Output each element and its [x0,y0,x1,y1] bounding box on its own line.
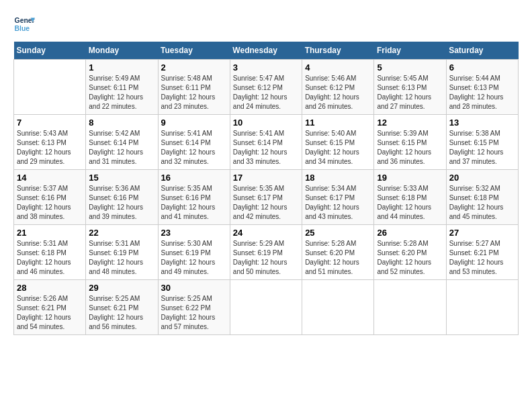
day-info: Sunrise: 5:41 AM Sunset: 6:14 PM Dayligh… [233,129,299,167]
day-number: 24 [233,228,299,238]
day-cell [230,280,302,335]
header-cell-wednesday: Wednesday [230,42,302,60]
day-info: Sunrise: 5:28 AM Sunset: 6:20 PM Dayligh… [305,239,371,277]
day-info: Sunrise: 5:34 AM Sunset: 6:17 PM Dayligh… [305,184,371,222]
day-cell: 19Sunrise: 5:33 AM Sunset: 6:18 PM Dayli… [374,170,446,225]
day-number: 26 [377,228,443,238]
day-number: 5 [377,62,443,73]
day-number: 28 [17,283,83,293]
day-number: 8 [89,118,154,128]
calendar-table: SundayMondayTuesdayWednesdayThursdayFrid… [13,42,519,335]
day-number: 16 [161,173,227,183]
day-cell: 3Sunrise: 5:47 AM Sunset: 6:12 PM Daylig… [230,60,302,115]
day-cell: 11Sunrise: 5:40 AM Sunset: 6:15 PM Dayli… [302,115,374,170]
header-cell-saturday: Saturday [446,42,518,60]
day-number: 21 [17,228,83,238]
day-cell: 25Sunrise: 5:28 AM Sunset: 6:20 PM Dayli… [302,225,374,280]
day-cell: 5Sunrise: 5:45 AM Sunset: 6:13 PM Daylig… [374,60,446,115]
day-cell: 29Sunrise: 5:25 AM Sunset: 6:21 PM Dayli… [86,280,158,335]
day-cell: 15Sunrise: 5:36 AM Sunset: 6:16 PM Dayli… [86,170,158,225]
day-cell: 7Sunrise: 5:43 AM Sunset: 6:13 PM Daylig… [14,115,86,170]
header-row: SundayMondayTuesdayWednesdayThursdayFrid… [14,42,519,60]
header-cell-friday: Friday [374,42,446,60]
week-row-2: 7Sunrise: 5:43 AM Sunset: 6:13 PM Daylig… [14,115,519,170]
svg-text:Blue: Blue [15,25,30,32]
day-info: Sunrise: 5:36 AM Sunset: 6:16 PM Dayligh… [89,184,154,222]
day-info: Sunrise: 5:45 AM Sunset: 6:13 PM Dayligh… [377,74,443,111]
day-number: 23 [161,228,227,238]
day-info: Sunrise: 5:31 AM Sunset: 6:19 PM Dayligh… [89,239,154,277]
day-info: Sunrise: 5:35 AM Sunset: 6:17 PM Dayligh… [233,184,299,222]
day-number: 14 [17,173,83,183]
day-number: 6 [449,62,515,73]
day-number: 22 [89,228,154,238]
day-info: Sunrise: 5:39 AM Sunset: 6:15 PM Dayligh… [377,129,443,167]
day-info: Sunrise: 5:43 AM Sunset: 6:13 PM Dayligh… [17,129,83,167]
day-cell: 16Sunrise: 5:35 AM Sunset: 6:16 PM Dayli… [158,170,230,225]
day-number: 25 [305,228,371,238]
day-info: Sunrise: 5:35 AM Sunset: 6:16 PM Dayligh… [161,184,227,222]
day-cell: 17Sunrise: 5:35 AM Sunset: 6:17 PM Dayli… [230,170,302,225]
day-number: 10 [233,118,299,128]
header-cell-tuesday: Tuesday [158,42,230,60]
day-cell: 1Sunrise: 5:49 AM Sunset: 6:11 PM Daylig… [86,60,158,115]
day-number: 1 [89,62,154,73]
day-info: Sunrise: 5:32 AM Sunset: 6:18 PM Dayligh… [449,184,515,222]
day-info: Sunrise: 5:41 AM Sunset: 6:14 PM Dayligh… [161,129,227,167]
day-cell: 4Sunrise: 5:46 AM Sunset: 6:12 PM Daylig… [302,60,374,115]
day-cell: 8Sunrise: 5:42 AM Sunset: 6:14 PM Daylig… [86,115,158,170]
day-info: Sunrise: 5:29 AM Sunset: 6:19 PM Dayligh… [233,239,299,277]
day-cell: 9Sunrise: 5:41 AM Sunset: 6:14 PM Daylig… [158,115,230,170]
day-info: Sunrise: 5:49 AM Sunset: 6:11 PM Dayligh… [89,74,154,111]
day-number: 2 [161,62,227,73]
day-info: Sunrise: 5:48 AM Sunset: 6:11 PM Dayligh… [161,74,227,111]
logo: General Blue [13,13,38,35]
day-cell: 20Sunrise: 5:32 AM Sunset: 6:18 PM Dayli… [446,170,518,225]
week-row-4: 21Sunrise: 5:31 AM Sunset: 6:18 PM Dayli… [14,225,519,280]
day-number: 20 [449,173,515,183]
day-cell: 2Sunrise: 5:48 AM Sunset: 6:11 PM Daylig… [158,60,230,115]
header-cell-sunday: Sunday [14,42,86,60]
day-info: Sunrise: 5:40 AM Sunset: 6:15 PM Dayligh… [305,129,371,167]
day-info: Sunrise: 5:25 AM Sunset: 6:21 PM Dayligh… [89,294,154,332]
day-info: Sunrise: 5:27 AM Sunset: 6:21 PM Dayligh… [449,239,515,277]
day-number: 9 [161,118,227,128]
day-info: Sunrise: 5:44 AM Sunset: 6:13 PM Dayligh… [449,74,515,111]
day-number: 7 [17,118,83,128]
day-number: 27 [449,228,515,238]
day-info: Sunrise: 5:31 AM Sunset: 6:18 PM Dayligh… [17,239,83,277]
day-number: 18 [305,173,371,183]
day-number: 17 [233,173,299,183]
day-cell: 30Sunrise: 5:25 AM Sunset: 6:22 PM Dayli… [158,280,230,335]
day-number: 4 [305,62,371,73]
day-info: Sunrise: 5:26 AM Sunset: 6:21 PM Dayligh… [17,294,83,332]
day-cell [14,60,86,115]
week-row-1: 1Sunrise: 5:49 AM Sunset: 6:11 PM Daylig… [14,60,519,115]
day-info: Sunrise: 5:25 AM Sunset: 6:22 PM Dayligh… [161,294,227,332]
day-info: Sunrise: 5:33 AM Sunset: 6:18 PM Dayligh… [377,184,443,222]
header-cell-thursday: Thursday [302,42,374,60]
day-info: Sunrise: 5:47 AM Sunset: 6:12 PM Dayligh… [233,74,299,111]
day-cell: 28Sunrise: 5:26 AM Sunset: 6:21 PM Dayli… [14,280,86,335]
day-info: Sunrise: 5:30 AM Sunset: 6:19 PM Dayligh… [161,239,227,277]
day-info: Sunrise: 5:28 AM Sunset: 6:20 PM Dayligh… [377,239,443,277]
day-cell [374,280,446,335]
day-number: 11 [305,118,371,128]
day-cell: 26Sunrise: 5:28 AM Sunset: 6:20 PM Dayli… [374,225,446,280]
day-cell: 23Sunrise: 5:30 AM Sunset: 6:19 PM Dayli… [158,225,230,280]
day-cell: 13Sunrise: 5:38 AM Sunset: 6:15 PM Dayli… [446,115,518,170]
day-number: 13 [449,118,515,128]
day-info: Sunrise: 5:37 AM Sunset: 6:16 PM Dayligh… [17,184,83,222]
day-info: Sunrise: 5:46 AM Sunset: 6:12 PM Dayligh… [305,74,371,111]
calendar-body: 1Sunrise: 5:49 AM Sunset: 6:11 PM Daylig… [14,60,519,335]
day-cell [446,280,518,335]
logo-icon: General Blue [13,13,35,35]
header-cell-monday: Monday [86,42,158,60]
day-number: 3 [233,62,299,73]
day-cell: 18Sunrise: 5:34 AM Sunset: 6:17 PM Dayli… [302,170,374,225]
week-row-3: 14Sunrise: 5:37 AM Sunset: 6:16 PM Dayli… [14,170,519,225]
day-number: 29 [89,283,154,293]
day-cell: 12Sunrise: 5:39 AM Sunset: 6:15 PM Dayli… [374,115,446,170]
day-cell: 10Sunrise: 5:41 AM Sunset: 6:14 PM Dayli… [230,115,302,170]
day-cell: 27Sunrise: 5:27 AM Sunset: 6:21 PM Dayli… [446,225,518,280]
